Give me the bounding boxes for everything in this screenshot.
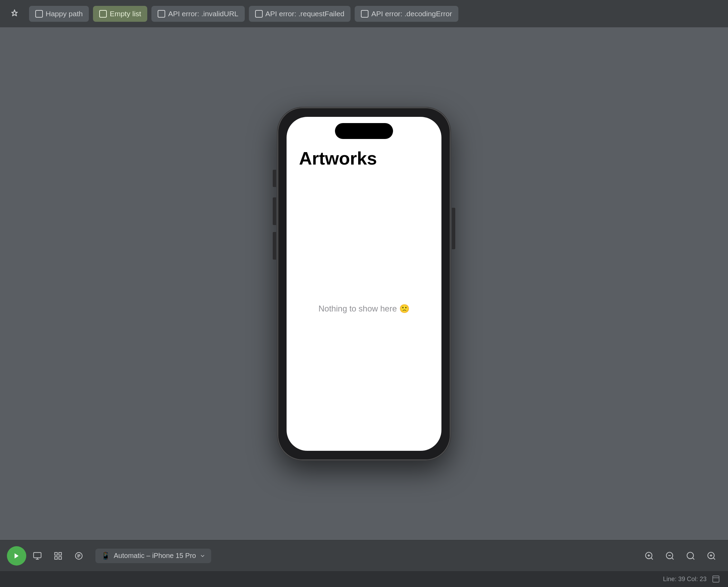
zoom-out-button[interactable]	[660, 546, 680, 566]
tab-api-error-decoding-error[interactable]: API error: .decodingError	[355, 6, 458, 22]
bottom-left-tools: 📱 Automatic – iPhone 15 Pro	[7, 546, 211, 566]
preview-button[interactable]	[28, 546, 47, 566]
svg-rect-6	[59, 557, 62, 559]
svg-line-12	[651, 558, 653, 559]
grid-button[interactable]	[48, 546, 68, 566]
tab-label: API error: .invalidURL	[168, 10, 238, 18]
zoom-in-button[interactable]	[640, 546, 659, 566]
tab-icon	[255, 10, 263, 18]
tab-label: Happy path	[46, 10, 83, 18]
volume-down-button	[273, 232, 276, 260]
device-icon: 📱	[101, 551, 110, 560]
status-bar: Line: 39 Col: 23	[0, 571, 728, 587]
svg-line-16	[672, 558, 673, 559]
tab-api-error-request-failed[interactable]: API error: .requestFailed	[249, 6, 351, 22]
power-button	[452, 208, 455, 249]
empty-state: Nothing to show here 🙁	[299, 179, 429, 438]
device-name: Automatic – iPhone 15 Pro	[114, 552, 196, 560]
iphone-screen: Artworks Nothing to show here 🙁	[287, 117, 441, 451]
app-title: Artworks	[299, 148, 429, 169]
tab-icon	[35, 10, 43, 18]
svg-rect-3	[55, 552, 57, 555]
tab-label: API error: .decodingError	[371, 10, 452, 18]
svg-point-18	[687, 552, 694, 559]
inspector-button[interactable]	[69, 546, 88, 566]
svg-rect-24	[713, 576, 719, 582]
svg-rect-1	[34, 552, 41, 558]
svg-line-21	[713, 558, 715, 559]
chevron-down-icon	[199, 553, 206, 559]
dynamic-island	[335, 123, 393, 139]
layout-icon	[712, 575, 720, 583]
tab-icon	[158, 10, 165, 18]
volume-up-button	[273, 197, 276, 225]
top-toolbar: Happy path Empty list API error: .invali…	[0, 0, 728, 27]
tab-label: Empty list	[110, 10, 141, 18]
device-selector[interactable]: 📱 Automatic – iPhone 15 Pro	[95, 549, 211, 563]
tab-empty-list[interactable]: Empty list	[93, 6, 147, 22]
zoom-actual-button[interactable]	[702, 546, 721, 566]
app-content: Artworks Nothing to show here 🙁	[287, 117, 441, 451]
tab-icon	[99, 10, 107, 18]
bottom-toolbar: 📱 Automatic – iPhone 15 Pro	[0, 540, 728, 571]
svg-marker-0	[15, 553, 19, 558]
tab-happy-path[interactable]: Happy path	[29, 6, 89, 22]
svg-rect-5	[55, 557, 57, 559]
mute-button	[273, 170, 276, 187]
pin-button[interactable]	[6, 6, 23, 22]
line-col-status: Line: 39 Col: 23	[663, 576, 707, 583]
play-button[interactable]	[7, 546, 26, 566]
empty-message: Nothing to show here 🙁	[318, 304, 409, 314]
svg-rect-4	[59, 552, 62, 555]
tab-api-error-invalid-url[interactable]: API error: .invalidURL	[151, 6, 244, 22]
tab-label: API error: .requestFailed	[265, 10, 345, 18]
tab-icon	[361, 10, 368, 18]
svg-line-19	[692, 558, 694, 559]
iphone-device: Artworks Nothing to show here 🙁	[278, 108, 450, 460]
main-content: Artworks Nothing to show here 🙁	[0, 27, 728, 540]
bottom-right-tools	[640, 546, 721, 566]
zoom-fit-button[interactable]	[681, 546, 700, 566]
